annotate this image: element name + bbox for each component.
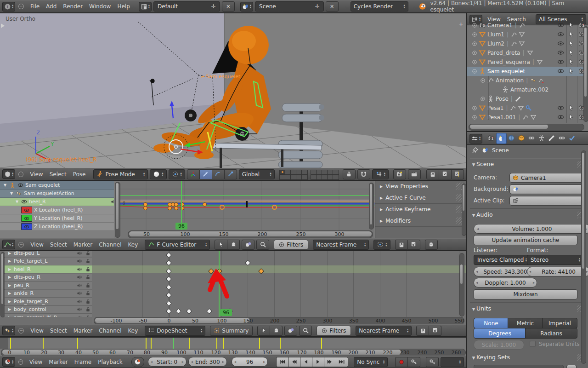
zoom-region-button[interactable] <box>299 326 312 336</box>
expand-icon[interactable]: ▶ <box>7 267 12 271</box>
visibility-eye-icon[interactable] <box>557 31 564 38</box>
visibility-eye-icon[interactable] <box>557 104 564 111</box>
expand-plus-icon[interactable] <box>480 96 486 102</box>
eye-icon[interactable] <box>24 207 29 213</box>
topbar-menu-render[interactable]: Render <box>60 0 86 12</box>
filters-button[interactable]: Filters <box>274 240 308 250</box>
tab-bone-constraints[interactable] <box>557 133 566 143</box>
layer-button-20[interactable] <box>333 174 339 180</box>
graph-keyframe[interactable] <box>174 206 178 210</box>
keyframe-diamond[interactable] <box>166 292 172 298</box>
graph-canvas[interactable]: 0 96 50100150200250300 <box>120 181 374 238</box>
add-scene-icon[interactable]: ✛ <box>315 3 320 10</box>
rotate-manipulator-button[interactable] <box>212 169 225 179</box>
sidebar-panel-active-keyframe[interactable]: ▶Active Keyframe <box>375 204 465 215</box>
dopesheet-channel-arm-control-ik-r[interactable]: ▶arm_control_IK_R <box>5 314 92 317</box>
snap-element-select[interactable]: ▴ ▾ <box>372 169 389 179</box>
graph-keyframe-unselected[interactable] <box>272 205 277 210</box>
lock-icon[interactable] <box>85 299 91 305</box>
outliner-item-animation[interactable]: Animation| <box>467 76 588 85</box>
graph-keyframe[interactable] <box>203 202 207 207</box>
expand-icon[interactable]: ▼ <box>3 183 7 187</box>
snap-toggle-button[interactable] <box>357 169 370 179</box>
selectable-cursor-icon[interactable] <box>568 114 575 121</box>
collapse-menus-toggle[interactable]: − <box>18 242 24 247</box>
end-frame-field[interactable]: ◂End: 300▸ <box>188 357 227 367</box>
paste-keyframes-button[interactable] <box>429 326 441 336</box>
orientation-select[interactable]: Global▴ ▾ <box>239 169 275 179</box>
dopesheet-canvas[interactable]: 96 -100-50050100150200250300350400450500… <box>92 251 466 324</box>
eye-icon[interactable] <box>17 182 23 188</box>
camera-field[interactable]: Camera1 <box>509 173 583 183</box>
current-frame-field[interactable]: ◂96▸ <box>232 357 268 367</box>
sidebar-panel-active-f-curve[interactable]: ▶Active F-Curve <box>375 192 465 204</box>
tab-scene[interactable] <box>496 133 507 144</box>
dopesheet-mode-select[interactable]: DopeSheet▴ ▾ <box>145 326 205 336</box>
sidebar-panel-view-properties[interactable]: ▶View Properties <box>375 181 465 192</box>
selectable-cursor-icon[interactable] <box>568 104 575 111</box>
keying-set-select[interactable]: ▴ ▾ <box>441 357 464 367</box>
scene-name-field[interactable]: Scene✛ <box>255 1 324 12</box>
dopesheet-vscrollbar[interactable] <box>459 253 464 316</box>
visibility-eye-icon[interactable] <box>557 114 564 121</box>
expand-icon[interactable]: ▶ <box>7 259 12 263</box>
copy-keyframes-button[interactable] <box>416 326 429 336</box>
graph-menu-marker[interactable]: Marker <box>70 239 96 251</box>
dopesheet-channel-ankle-r[interactable]: ▶ankle_R <box>5 290 92 298</box>
keyframe-diamond[interactable] <box>166 252 172 258</box>
mute-speaker-icon[interactable] <box>76 258 82 264</box>
delete-layout-button[interactable]: ✕ <box>222 1 235 12</box>
selectable-cursor-icon[interactable] <box>568 31 575 38</box>
dopesheet-menu-view[interactable]: View <box>27 325 46 337</box>
keying-sets-add-button[interactable] <box>566 365 577 368</box>
graph-channel-heel-r[interactable]: ▼heel_R <box>0 198 114 206</box>
keyframe-diamond[interactable] <box>175 308 181 314</box>
expand-icon[interactable]: ▼ <box>9 191 14 196</box>
graph-mode-select[interactable]: F-Curve Editor▴ ▾ <box>145 240 210 250</box>
lock-icon[interactable] <box>85 282 91 288</box>
dopesheet-channel-body-control[interactable]: ▶body_control <box>5 306 92 314</box>
selectable-cursor-icon[interactable] <box>568 22 575 29</box>
scene-panel-header[interactable]: ▼Scene <box>471 161 494 167</box>
lock-icon[interactable] <box>85 274 91 280</box>
dopesheet-channel-dits-peu-r[interactable]: ▶dits-peu_R <box>5 274 92 282</box>
mute-speaker-icon[interactable] <box>76 274 82 280</box>
outliner-item-pesa1-001[interactable]: Pesa1.001| <box>467 113 588 122</box>
graph-menu-select[interactable]: Select <box>47 239 70 251</box>
jump-to-start-button[interactable] <box>276 357 288 367</box>
expand-plus-icon[interactable] <box>472 23 477 28</box>
add-layout-icon[interactable]: ✛ <box>211 3 216 10</box>
lock-to-scene-button[interactable] <box>343 169 356 179</box>
visibility-eye-icon[interactable] <box>557 49 564 56</box>
dopesheet-menu-select[interactable]: Select <box>47 325 70 337</box>
volume-slider[interactable]: ◂Volume: 1.000▸ <box>474 224 588 234</box>
separate-units-checkbox[interactable] <box>530 341 536 347</box>
mute-speaker-icon[interactable] <box>76 290 82 296</box>
outliner-item-llum1[interactable]: Llum1| <box>467 30 588 39</box>
dopesheet-channel-dits-peu-l[interactable]: ▶dits-peu_L <box>5 251 92 257</box>
paste-flipped-pose-button[interactable] <box>452 169 464 179</box>
expand-plus-icon[interactable] <box>472 59 477 65</box>
lock-icon[interactable] <box>85 266 91 272</box>
shading-select[interactable]: ▴ ▾ <box>150 169 166 179</box>
mute-speaker-icon[interactable] <box>76 315 82 317</box>
dopesheet-channel-pole-target-l[interactable]: ▶Pole_target_L <box>5 258 92 265</box>
audio-panel-header[interactable]: ▼Audio <box>471 211 493 218</box>
timeline-current-frame-line[interactable] <box>173 338 174 349</box>
cursor-button[interactable] <box>257 326 270 336</box>
timeline-menu-playback[interactable]: Playback <box>95 356 126 368</box>
mixdown-button[interactable]: Mixdown <box>474 289 577 299</box>
selectable-cursor-icon[interactable] <box>568 49 575 56</box>
rotation-degrees-toggle[interactable]: Degrees <box>474 328 526 339</box>
pivot-select[interactable]: ▴ ▾ <box>169 169 185 179</box>
proportional-edit-button[interactable] <box>242 240 254 250</box>
editor-type-selector[interactable]: i▴ ▾ <box>2 2 15 12</box>
outliner-item-pared-dreta[interactable]: Pared_dreta| <box>467 48 588 58</box>
topbar-menu-file[interactable]: File <box>27 0 43 12</box>
outliner-item-camera1[interactable]: Camera1| <box>467 21 588 30</box>
mute-speaker-icon[interactable] <box>76 282 82 288</box>
outliner-vscrollbar[interactable] <box>583 26 588 122</box>
jump-to-end-button[interactable] <box>336 357 348 367</box>
graph-keyframe[interactable] <box>143 206 147 210</box>
copy-keyframes-button[interactable] <box>395 240 408 250</box>
